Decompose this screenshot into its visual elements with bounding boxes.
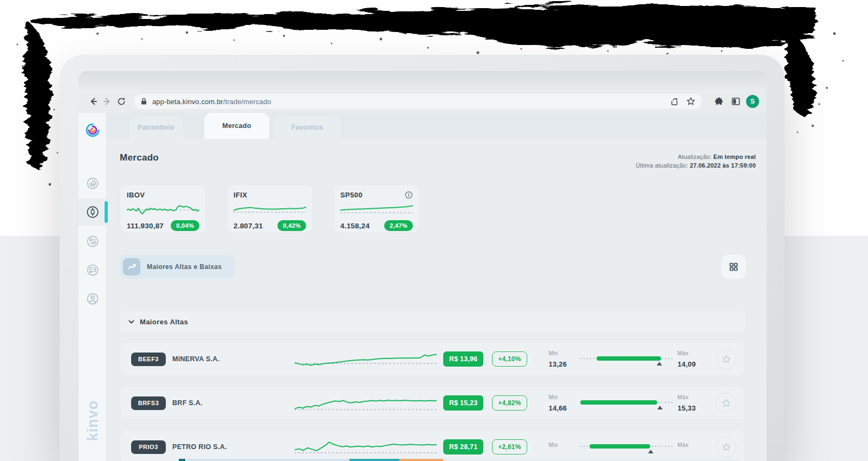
range-slider[interactable] [580, 354, 672, 364]
side-panel-icon [731, 97, 741, 106]
index-value: 2.807,31 [234, 222, 263, 230]
share-button[interactable] [670, 97, 679, 106]
index-value: 111.930,87 [127, 222, 164, 230]
asset-sparkline [295, 438, 437, 456]
ibov-sparkline [127, 202, 199, 216]
range-fill [580, 400, 658, 405]
min-label: Min [549, 394, 575, 400]
cutoff-strip [187, 459, 349, 461]
asset-row-beef3[interactable]: BEEF3 MINERVA S.A. R$ 13,96 +4,10% Min13… [120, 342, 745, 376]
ticker-badge: BEEF3 [131, 353, 166, 366]
page-title: Mercado [120, 152, 159, 163]
sidebar-item-chat[interactable] [79, 262, 106, 278]
info-icon[interactable] [405, 191, 413, 199]
min-label: Min [549, 442, 575, 448]
star-outline-icon [721, 398, 731, 408]
change-badge: +4,82% [492, 395, 527, 411]
index-cards: IBOV 111.930,87 0,04% IFIX [120, 184, 745, 233]
chevron-down-icon [128, 318, 135, 325]
range-fill [597, 356, 661, 361]
reload-button[interactable] [114, 94, 128, 108]
company-name: MINERVA S.A. [172, 355, 269, 363]
view-toggle-button[interactable] [721, 254, 747, 280]
tab-patrimonio[interactable]: Patrimônio [129, 116, 183, 139]
asset-row-prio3[interactable]: PRIO3 PETRO RIO S.A. R$ 28,71 +2,61% Min [120, 430, 745, 461]
section-maiores-altas[interactable]: Maiores Altas [120, 311, 745, 332]
index-name: SP500 [340, 191, 362, 199]
min-value: 13,26 [549, 360, 575, 368]
asset-sparkline [295, 394, 437, 412]
min-max-range: Min14,66 Máx15,33 [549, 394, 704, 412]
forward-button[interactable] [100, 94, 114, 108]
section-title: Maiores Altas [140, 318, 188, 326]
trade-candlestick-icon [85, 204, 100, 220]
range-marker-icon [657, 362, 662, 366]
ticker-badge: PRIO3 [131, 440, 166, 454]
sidebar-item-transactions[interactable] [79, 234, 106, 249]
highs-lows-chip[interactable]: Maiores Altas e Baixas [120, 255, 235, 279]
index-card-ibov[interactable]: IBOV 111.930,87 0,04% [120, 184, 206, 233]
portfolio-icon [85, 176, 100, 191]
max-label: Máx [678, 350, 704, 356]
range-marker-icon [657, 406, 663, 409]
grid-icon [729, 262, 739, 272]
cutoff-strip [399, 459, 443, 461]
tab-mercado[interactable]: Mercado [204, 113, 269, 139]
price-badge: R$ 15,23 [443, 395, 483, 411]
laptop-screen: app-beta.kinvo.com.br/trade/mercado [79, 71, 767, 461]
back-icon [88, 97, 98, 106]
star-outline-icon [721, 354, 731, 364]
url-text: app-beta.kinvo.com.br/trade/mercado [152, 98, 271, 106]
index-card-sp500[interactable]: SP500 4.158,24 [333, 184, 420, 233]
bookmark-button[interactable] [686, 97, 696, 106]
tab-favoritos[interactable]: Favoritos [274, 116, 341, 139]
star-icon [686, 97, 696, 106]
favorite-button[interactable] [716, 437, 736, 457]
range-fill [590, 444, 650, 449]
swap-icon [85, 234, 100, 249]
favorite-button[interactable] [716, 393, 736, 413]
favorite-button[interactable] [716, 349, 736, 369]
forward-icon [102, 97, 112, 106]
browser-toolbar: app-beta.kinvo.com.br/trade/mercado [79, 90, 767, 113]
kinvo-logo[interactable] [79, 113, 106, 138]
browser-profile-avatar[interactable]: S [746, 95, 759, 108]
reload-icon [116, 97, 126, 106]
trend-icon [123, 258, 140, 276]
min-max-range: Min13,26 Máx14,09 [549, 350, 704, 368]
asset-sparkline [295, 350, 437, 368]
extensions-button[interactable] [714, 97, 724, 107]
max-value: 15,33 [678, 404, 704, 412]
kinvo-watermark: kinvo [84, 400, 101, 441]
range-slider[interactable] [580, 398, 672, 408]
app-tabbar: Patrimônio Mercado Favoritos [106, 113, 767, 139]
index-card-ifix[interactable]: IFIX 2.807,31 0,42% [226, 184, 313, 233]
price-badge: R$ 28,71 [443, 439, 483, 454]
sidebar-item-portfolio[interactable] [79, 176, 106, 191]
back-button[interactable] [86, 94, 100, 108]
sidebar-item-trade[interactable] [79, 204, 106, 220]
range-marker-icon [648, 450, 653, 453]
sidebar-item-profile[interactable] [79, 291, 106, 306]
highs-lows-chip-label: Maiores Altas e Baixas [147, 263, 222, 271]
page: app-beta.kinvo.com.br/trade/mercado [0, 0, 868, 461]
share-icon [670, 97, 679, 106]
change-badge: +4,10% [492, 351, 527, 367]
kinvo-logo-icon [85, 122, 101, 138]
max-label: Máx [678, 442, 704, 448]
user-icon [85, 291, 100, 306]
cutoff-strip [179, 459, 185, 461]
url-bar[interactable]: app-beta.kinvo.com.br/trade/mercado [134, 94, 702, 109]
max-label: Máx [678, 394, 704, 400]
index-name: IFIX [234, 191, 247, 199]
asset-row-brfs3[interactable]: BRFS3 BRF S.A. R$ 15,23 +4,82% Min14,66 [120, 386, 745, 420]
index-value: 4.158,24 [340, 222, 370, 230]
index-name: IBOV [127, 191, 145, 199]
min-value: 14,66 [549, 404, 575, 412]
ticker-badge: BRFS3 [131, 396, 166, 410]
side-panel-button[interactable] [731, 97, 741, 106]
range-slider[interactable] [580, 441, 672, 452]
company-name: BRF S.A. [172, 399, 269, 407]
star-outline-icon [721, 442, 731, 452]
cutoff-strip [349, 459, 399, 461]
